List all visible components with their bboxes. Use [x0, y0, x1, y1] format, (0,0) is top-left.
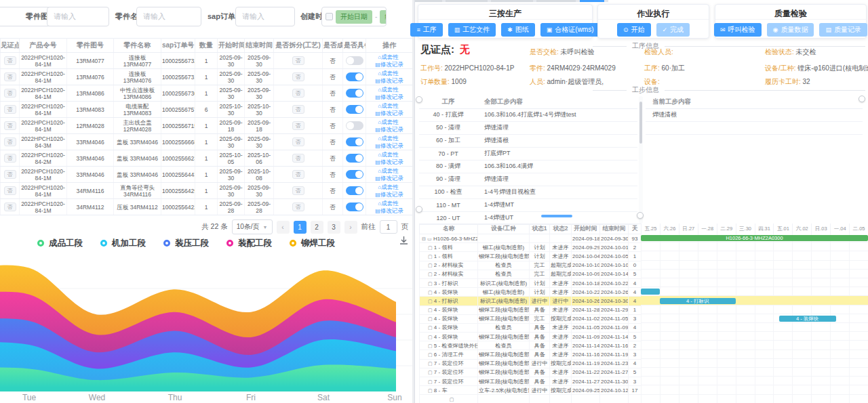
- completeness-link[interactable]: ⌂成套性: [378, 151, 398, 158]
- completeness-link[interactable]: ⌂成套性: [378, 70, 398, 77]
- gantt-row[interactable]: ▢ 8 - 车立车-2.5米(核电制造部)进行中按期完成2024-09-2520…: [420, 386, 642, 395]
- 工艺文件-button[interactable]: ▥工艺文件: [448, 23, 496, 37]
- gantt-row[interactable]: ▢ 2 - 材料核实检查员完工超期完成2024-10-092024-10-145: [420, 270, 642, 278]
- gantt-row[interactable]: ▢ 4 - 打标识标识工(核电制造部)进行中进行中2024-10-262024-…: [420, 297, 642, 305]
- page-button-1[interactable]: 1: [294, 221, 307, 234]
- split-button[interactable]: 否: [292, 137, 304, 146]
- horizontal-scrollbar-thumb[interactable]: [541, 215, 572, 217]
- gantt-bar[interactable]: 4 - 打标识: [660, 298, 736, 304]
- gantt-bar[interactable]: H1026-66-3·MHZ2A0300: [641, 235, 868, 241]
- modify-record-link[interactable]: ▤修改记录: [375, 61, 403, 68]
- legend-item[interactable]: 成品工段: [37, 238, 83, 249]
- splitter-handle-top-right[interactable]: [859, 96, 865, 102]
- gantt-row[interactable]: ▢ 4 - 装焊块铆焊工段(核电制造部)具备未进序2024-11-092024-…: [420, 333, 642, 341]
- completeness-link[interactable]: ⌂成套性: [378, 135, 398, 142]
- ready-toggle[interactable]: [346, 137, 363, 146]
- completeness-link[interactable]: ⌂成套性: [378, 200, 398, 207]
- witness-button[interactable]: 否: [4, 121, 16, 130]
- modify-record-link[interactable]: ▤修改记录: [375, 126, 403, 133]
- gantt-row[interactable]: ▢ 2 - 材料核实检查员完工超期完成2024-10-102024-10-100: [420, 261, 642, 270]
- create-time-range[interactable]: 开始日期 - 结束日期: [321, 7, 387, 26]
- witness-button[interactable]: 否: [4, 137, 16, 146]
- gantt-row[interactable]: ▢ 6 - 清理工件铆焊工段(核电制造部)具备未进序2024-11-162024…: [420, 350, 642, 359]
- page-size-select[interactable]: 10条/页▼: [232, 219, 273, 234]
- modify-record-link[interactable]: ▤修改记录: [375, 207, 403, 214]
- step-row[interactable]: 120 - UT1-4焊缝UT: [419, 211, 637, 224]
- modify-record-link[interactable]: ▤修改记录: [375, 142, 403, 149]
- 开始-button[interactable]: ⊙开始: [617, 23, 651, 37]
- split-button[interactable]: 否: [292, 121, 304, 130]
- modify-record-link[interactable]: ▤修改记录: [375, 77, 403, 84]
- page-button-2[interactable]: 2: [311, 221, 323, 234]
- completeness-link[interactable]: ⌂成套性: [378, 119, 398, 125]
- legend-item[interactable]: 装压工段: [163, 238, 209, 249]
- gantt-row[interactable]: ▢ 5 - 检查焊缝块外径检查员具备未进序2024-11-142024-11-1…: [420, 341, 642, 350]
- ready-toggle[interactable]: [346, 170, 363, 179]
- 合格证(wms)-button[interactable]: ▣合格证(wms): [540, 23, 600, 37]
- ready-toggle[interactable]: [346, 89, 363, 98]
- completeness-link[interactable]: ⌂成套性: [378, 167, 398, 174]
- 质量记录-button[interactable]: ▤质量记录: [819, 23, 867, 37]
- witness-button[interactable]: 否: [4, 203, 16, 211]
- split-button[interactable]: 否: [292, 89, 304, 98]
- gantt-row[interactable]: ▢ 3 - 打标识标识工(核电制造部)计划未进序2024-10-182024-1…: [420, 278, 642, 287]
- gantt-row[interactable]: ▢ 7 - 装定位环铆焊工段(核电制造部)具备未进序2024-11-272024…: [420, 377, 642, 386]
- modify-record-link[interactable]: ▤修改记录: [375, 158, 403, 165]
- ready-toggle[interactable]: [346, 186, 363, 195]
- 质量数据-button[interactable]: ◉质量数据: [767, 23, 814, 37]
- gantt-row[interactable]: ▢ 4 - 装焊块铆焊工段(核电制造部)具备未进序2024-11-282024-…: [420, 305, 642, 314]
- step-row[interactable]: 90 - 清理焊缝清理: [419, 173, 637, 186]
- completeness-link[interactable]: ⌂成套性: [378, 184, 398, 190]
- step-row[interactable]: 100 - 检查1-4号焊缝目视检查: [419, 186, 637, 198]
- witness-button[interactable]: 否: [4, 186, 16, 195]
- ready-toggle[interactable]: [346, 203, 363, 211]
- legend-item[interactable]: 机加工段: [100, 238, 146, 249]
- ready-toggle[interactable]: [346, 154, 363, 163]
- start-date-button[interactable]: 开始日期: [336, 10, 372, 24]
- step-row[interactable]: 80 - 满焊106.3和106.4满焊: [419, 160, 637, 173]
- prev-page-button[interactable]: ‹: [277, 221, 290, 234]
- modify-record-link[interactable]: ▤修改记录: [375, 110, 403, 116]
- legend-item[interactable]: 装配工段: [226, 238, 272, 249]
- split-button[interactable]: 否: [292, 170, 304, 179]
- goto-page-input[interactable]: 1: [380, 220, 397, 234]
- witness-button[interactable]: 否: [4, 72, 16, 81]
- splitter-handle-top-left[interactable]: [416, 96, 422, 103]
- steps-scrollbar[interactable]: [639, 96, 643, 224]
- completeness-link[interactable]: ⌂成套性: [378, 86, 398, 93]
- modify-record-link[interactable]: ▤修改记录: [375, 93, 403, 100]
- splitter-handle-bottom-left[interactable]: [416, 206, 422, 213]
- ready-toggle[interactable]: [346, 121, 363, 130]
- 图纸-button[interactable]: ✱图纸: [501, 23, 535, 37]
- step-row[interactable]: 70 - PT打底焊PT: [419, 147, 637, 160]
- 工序-button[interactable]: ≡工序: [410, 23, 442, 37]
- date-checkbox[interactable]: [326, 13, 333, 20]
- page-button-3[interactable]: 3: [328, 221, 340, 234]
- witness-button[interactable]: 否: [4, 56, 16, 65]
- sap-order-input[interactable]: 请输入: [235, 7, 295, 26]
- ready-toggle[interactable]: [346, 72, 363, 81]
- legend-item[interactable]: 铆焊工段: [290, 238, 335, 249]
- ready-toggle[interactable]: [346, 105, 363, 114]
- gantt-bar[interactable]: [641, 289, 660, 295]
- gantt-row[interactable]: ▢ 4 - 装焊块铆焊工段(核电制造部)完工按期完成2024-11-022024…: [420, 314, 642, 323]
- end-date-button[interactable]: 结束日期: [380, 10, 387, 24]
- ready-toggle[interactable]: [346, 56, 363, 65]
- gantt-row[interactable]: ▢ 7 - 装定位环铆焊工段(核电制造部)进行中按期完成2024-11-1920…: [420, 359, 642, 368]
- witness-button[interactable]: 否: [4, 154, 16, 163]
- gantt-row[interactable]: ▢ 1 - 领料铆焊工段(核电制造部)计划未进序2024-10-042024-1…: [420, 252, 642, 261]
- split-button[interactable]: 否: [292, 105, 304, 114]
- split-button[interactable]: 否: [292, 154, 304, 163]
- 呼叫检验-button[interactable]: ✉呼叫检验: [714, 23, 762, 37]
- modify-record-link[interactable]: ▤修改记录: [375, 175, 403, 182]
- step-row[interactable]: 110 - MT1-4焊缝MT: [419, 198, 637, 211]
- split-button[interactable]: 否: [292, 72, 304, 81]
- gantt-row[interactable]: ▢ 4 - 装焊块检查员具备未进序2024-11-052024-11-094: [420, 323, 642, 332]
- split-button[interactable]: 否: [292, 186, 304, 195]
- part-drawing-input[interactable]: 请输入: [47, 7, 109, 26]
- witness-button[interactable]: 否: [4, 170, 16, 179]
- split-button[interactable]: 否: [292, 203, 304, 211]
- split-button[interactable]: 否: [292, 56, 304, 65]
- 完成-button[interactable]: ✓完成: [656, 23, 690, 37]
- step-row[interactable]: 60 - 加工焊缝清根: [419, 134, 637, 147]
